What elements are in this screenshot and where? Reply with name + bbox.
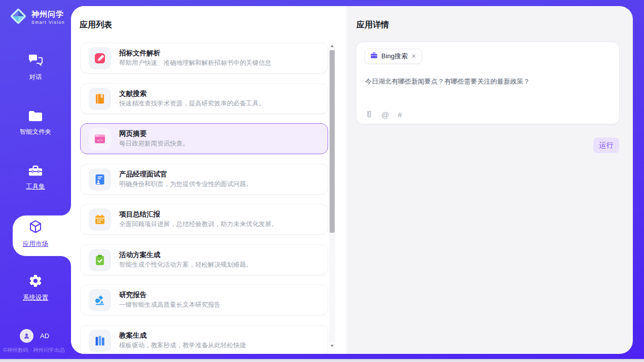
user-initials: AD xyxy=(40,332,49,340)
scroll-up-button[interactable] xyxy=(329,42,335,49)
person-icon xyxy=(23,332,30,340)
main-content: 应用列表 招标文件解析 帮助用户快速、准确地理解和解析招标书中的关键信息 文献搜… xyxy=(71,6,633,354)
app-card-title: 教案生成 xyxy=(119,331,147,340)
app-card-title: 文献搜索 xyxy=(119,89,147,98)
app-card[interactable]: 招标文件解析 帮助用户快速、准确地理解和解析招标书中的关键信息 xyxy=(80,43,328,74)
app-card[interactable]: 产品经理面试官 明确身份和职责，为您提供专业性的面试问题。 xyxy=(80,164,328,195)
app-list-title: 应用列表 xyxy=(80,20,112,30)
run-button[interactable]: 运行 xyxy=(593,137,619,153)
brand: 神州问学 Smart Vision xyxy=(9,7,65,27)
sidebar-item-label: 对话 xyxy=(29,73,42,82)
app-card-description: 全面回顾项目进展，总结经验教训，助力未来优化发展。 xyxy=(119,220,278,229)
app-card-title: 招标文件解析 xyxy=(119,49,160,58)
app-card-title: 研究报告 xyxy=(119,291,147,300)
app-list-scrollbar[interactable] xyxy=(329,42,335,349)
paperclip-icon[interactable] xyxy=(366,110,373,120)
scrollbar-thumb[interactable] xyxy=(330,50,335,233)
briefcase-icon xyxy=(370,52,378,61)
app-card-description: 每日政府新闻资讯快查。 xyxy=(119,139,189,148)
clipboard-check-icon xyxy=(89,249,111,271)
app-card-description: 帮助用户快速、准确地理解和解析招标书中的关键信息 xyxy=(119,59,271,67)
triangle-down-icon xyxy=(331,345,334,347)
app-card-title: 活动方案生成 xyxy=(119,250,160,260)
cube-icon xyxy=(28,219,43,236)
scroll-down-button[interactable] xyxy=(329,342,335,349)
pen-square-icon xyxy=(89,47,111,69)
interview-doc-icon xyxy=(89,168,111,191)
app-card-description: 快速精准查找学术资源，提高研究效率的必备工具。 xyxy=(119,99,265,108)
folder-icon xyxy=(28,110,43,124)
app-card[interactable]: 活动方案生成 智能生成个性化活动方案，轻松解决规划难题。 xyxy=(80,244,328,275)
sidebar-item-chat[interactable]: 对话 xyxy=(0,54,71,82)
svg-text:</>: </> xyxy=(97,138,103,142)
close-icon[interactable]: ✕ xyxy=(411,53,416,59)
sidebar: 神州问学 Smart Vision 对话 智能文件夹 xyxy=(0,0,71,362)
triangle-up-icon xyxy=(331,45,334,47)
books-icon xyxy=(89,330,111,352)
sidebar-item-label: 系统设置 xyxy=(23,294,48,302)
app-card-description: 智能生成个性化活动方案，轻松解决规划难题。 xyxy=(119,261,253,269)
browser-code-icon: </> xyxy=(89,128,111,150)
attachment-toolbar: @ # xyxy=(366,110,402,120)
sidebar-item-settings[interactable]: 系统设置 xyxy=(0,274,71,302)
tool-tag-bing-search[interactable]: Bing搜索 ✕ xyxy=(365,49,422,64)
app-card[interactable]: 文献搜索 快速精准查找学术资源，提高研究效率的必备工具。 xyxy=(80,83,328,114)
microscope-icon xyxy=(89,289,111,311)
bottom-edge-strip xyxy=(0,359,644,362)
sidebar-item-app-market[interactable]: 应用市场 xyxy=(0,219,71,248)
calendar-icon xyxy=(89,208,111,231)
app-card[interactable]: 研究报告 一键智能生成高质量长文本研究报告 xyxy=(80,284,328,315)
hash-icon[interactable]: # xyxy=(398,111,402,119)
app-card-description: 模板驱动，教案秒成，教学准备从此轻松快捷 xyxy=(119,341,246,350)
tool-tag-label: Bing搜索 xyxy=(381,52,408,61)
app-card-description: 明确身份和职责，为您提供专业性的面试问题。 xyxy=(119,180,253,189)
sidebar-item-label: 智能文件夹 xyxy=(20,128,52,136)
sidebar-item-toolset[interactable]: 工具集 xyxy=(0,164,71,191)
app-card[interactable]: 项目总结汇报 全面回顾项目进展，总结经验教训，助力未来优化发展。 xyxy=(80,204,328,235)
brand-subtitle: Smart Vision xyxy=(31,20,65,25)
query-input[interactable]: 今日湖北有哪些新闻要点？有哪些需要关注的最新政策？ xyxy=(365,77,609,86)
app-list-panel: 应用列表 招标文件解析 帮助用户快速、准确地理解和解析招标书中的关键信息 文献搜… xyxy=(71,6,346,354)
sidebar-item-label: 工具集 xyxy=(26,183,45,191)
query-card: Bing搜索 ✕ 今日湖北有哪些新闻要点？有哪些需要关注的最新政策？ @ # xyxy=(356,42,620,124)
user-account[interactable]: AD xyxy=(20,329,49,343)
app-card-title: 网页摘要 xyxy=(119,129,147,138)
chat-icon xyxy=(28,54,43,69)
app-card[interactable]: </> 网页摘要 每日政府新闻资讯快查。 xyxy=(80,123,328,154)
app-card-description: 一键智能生成高质量长文本研究报告 xyxy=(119,301,221,309)
brand-name: 神州问学 xyxy=(31,10,65,19)
avatar[interactable] xyxy=(20,329,33,343)
app-card-title: 项目总结汇报 xyxy=(119,210,160,219)
at-icon[interactable]: @ xyxy=(381,111,389,119)
sidebar-item-label: 应用市场 xyxy=(23,240,48,248)
book-icon xyxy=(89,88,111,110)
gear-icon xyxy=(28,274,43,290)
app-card-title: 产品经理面试官 xyxy=(119,170,167,179)
app-detail-title: 应用详情 xyxy=(356,20,389,30)
copyright-footer: ©神州数码 · 神州问学出品 xyxy=(3,347,65,354)
sidebar-item-smart-folder[interactable]: 智能文件夹 xyxy=(0,110,71,136)
app-card[interactable]: 教案生成 模板驱动，教案秒成，教学准备从此轻松快捷 xyxy=(80,325,328,354)
brand-logo-icon xyxy=(9,7,27,27)
toolbox-icon xyxy=(28,164,43,179)
